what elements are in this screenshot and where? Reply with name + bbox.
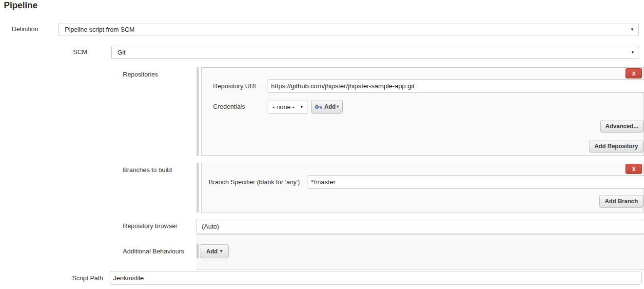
- scm-select[interactable]: Git ▾: [111, 46, 639, 59]
- repository-url-input[interactable]: [268, 79, 644, 93]
- add-repository-label: Add Repository: [594, 143, 638, 150]
- advanced-button-label: Advanced...: [605, 123, 638, 130]
- delete-branch-button[interactable]: X: [625, 164, 642, 174]
- credentials-select[interactable]: - none - ▾: [268, 100, 308, 114]
- credentials-select-value: - none -: [273, 103, 294, 111]
- branches-side-bar: [196, 163, 199, 212]
- additional-behaviours-label: Additional Behaviours: [123, 248, 184, 255]
- definition-select-value: Pipeline script from SCM: [65, 26, 135, 33]
- chevron-down-icon: ▾: [337, 105, 339, 109]
- chevron-down-icon: ▾: [220, 249, 222, 253]
- add-credentials-button[interactable]: Add ▾: [311, 100, 343, 114]
- add-branch-label: Add Branch: [605, 198, 638, 205]
- advanced-button[interactable]: Advanced...: [600, 120, 644, 133]
- delete-repository-button[interactable]: X: [625, 68, 642, 78]
- definition-label: Definition: [12, 25, 38, 33]
- additional-behaviours-area: [196, 234, 644, 270]
- repository-browser-label: Repository browser: [123, 222, 177, 230]
- add-credentials-label: Add: [324, 103, 335, 110]
- chevron-down-icon: ▾: [631, 27, 633, 32]
- script-path-label: Script Path: [72, 274, 103, 282]
- branch-specifier-label: Branch Specifier (blank for 'any'): [209, 178, 300, 186]
- script-path-input[interactable]: [110, 271, 642, 285]
- scm-label: SCM: [73, 48, 87, 56]
- add-behaviour-label: Add: [206, 248, 217, 255]
- key-icon: [315, 104, 322, 110]
- branches-to-build-label: Branches to build: [123, 166, 172, 173]
- repository-url-label: Repository URL: [213, 82, 258, 90]
- scm-select-value: Git: [117, 49, 126, 56]
- chevron-down-icon: ▾: [631, 50, 634, 55]
- repositories-label: Repositories: [123, 71, 158, 78]
- page-title: Pipeline: [4, 0, 38, 11]
- pipeline-config-section: Pipeline Definition Pipeline script from…: [0, 0, 644, 289]
- add-branch-button[interactable]: Add Branch: [599, 195, 644, 208]
- additional-behaviours-side-bar: [196, 244, 199, 258]
- definition-select[interactable]: Pipeline script from SCM ▾: [59, 23, 639, 36]
- credentials-label: Credentials: [213, 103, 245, 110]
- repository-browser-value: (Auto): [202, 223, 219, 230]
- branch-specifier-input[interactable]: [308, 175, 644, 189]
- repositories-side-bar: [196, 67, 199, 156]
- add-behaviour-button[interactable]: Add ▾: [200, 244, 229, 258]
- add-repository-button[interactable]: Add Repository: [589, 140, 644, 153]
- chevron-down-icon: ▾: [300, 105, 303, 109]
- repository-browser-select[interactable]: (Auto): [196, 219, 644, 233]
